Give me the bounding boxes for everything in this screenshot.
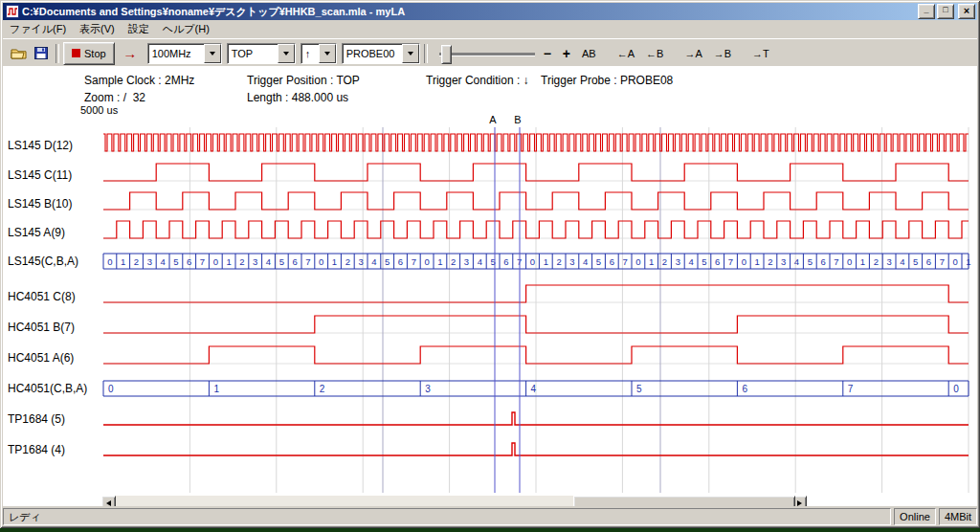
bus-value: 6 — [187, 256, 191, 267]
cursor-label-B: B — [514, 114, 521, 125]
app-window: C:¥Documents and Settings¥noname¥デスクトップ¥… — [0, 0, 980, 528]
zoom-in-button[interactable]: + — [558, 43, 575, 64]
bus-value: 1 — [121, 256, 125, 267]
bus-value: 3 — [358, 256, 363, 267]
zoom-slider[interactable] — [437, 43, 537, 64]
bus-value: 0 — [424, 256, 429, 267]
strobe-waveform — [103, 134, 969, 151]
bus-value: 4 — [160, 256, 165, 267]
bus-value: 7 — [622, 256, 627, 267]
waveform-canvas[interactable]: LS145 D(12)LS145 C(11)LS145 B(10)LS145 A… — [3, 66, 977, 508]
set-cursor-a-button[interactable]: →A — [679, 43, 706, 64]
dropdown-arrow-icon[interactable] — [278, 44, 295, 63]
open-button[interactable] — [8, 43, 30, 64]
bus-value: 2 — [662, 256, 667, 267]
slider-track — [439, 53, 535, 55]
bus-value: 1 — [332, 256, 337, 267]
bus-value: 6 — [398, 256, 403, 267]
dropdown-arrow-icon[interactable] — [319, 44, 336, 63]
bus-value: 2 — [451, 256, 456, 267]
zoom-out-button[interactable]: − — [539, 43, 556, 64]
statusbar: レディ Online 4MBit — [3, 506, 977, 525]
titlebar[interactable]: C:¥Documents and Settings¥noname¥デスクトップ¥… — [3, 3, 977, 20]
toolbar-separator — [56, 44, 59, 63]
trigger-position-select[interactable]: TOP — [227, 43, 296, 64]
bus-value: 3 — [569, 256, 574, 267]
slider-thumb[interactable] — [441, 45, 452, 64]
menu-view[interactable]: 表示(V) — [73, 20, 122, 38]
channel-row-2: LS145 B(10) — [8, 192, 969, 211]
bus-value: 5 — [279, 256, 284, 267]
close-button[interactable]: × — [958, 4, 975, 19]
bus-value: 6 — [610, 256, 614, 267]
bus-value: 4 — [531, 384, 537, 394]
channel-row-10: TP1684 (4) — [8, 443, 969, 456]
bus-value: 0 — [952, 256, 957, 267]
trigger-probe-select[interactable]: PROBE00 — [342, 43, 420, 64]
bus-value: 0 — [847, 256, 852, 267]
channel-label: HC4051 A(6) — [8, 351, 74, 365]
trigger-edge-select[interactable]: ↑ — [301, 43, 337, 64]
menu-settings[interactable]: 設定 — [122, 20, 156, 38]
bus-value: 1 — [226, 256, 231, 267]
bus-value: 5 — [173, 256, 178, 267]
stop-icon — [72, 49, 80, 57]
channel-row-8: HC4051(C,B,A)012345670 — [8, 381, 969, 396]
maximize-button[interactable]: □ — [937, 4, 954, 19]
goto-cursor-b-button[interactable]: ←B — [641, 43, 668, 64]
channel-label: LS145 A(9) — [8, 226, 65, 239]
bus-value: 3 — [147, 256, 152, 267]
stop-button[interactable]: Stop — [63, 42, 115, 65]
bus-value: 0 — [319, 256, 323, 267]
waveform-panel: Sample Clock : 2MHz Trigger Position : T… — [3, 66, 977, 508]
bus-value: 5 — [913, 256, 918, 267]
channel-label: TP1684 (4) — [8, 443, 65, 456]
bus-value: 0 — [635, 256, 640, 267]
goto-trigger-button[interactable]: →T — [747, 43, 774, 64]
bus-value: 1 — [649, 256, 654, 267]
bus-value: 2 — [320, 384, 325, 394]
save-button[interactable] — [30, 43, 52, 64]
bus-value: 4 — [900, 256, 904, 267]
channel-row-9: TP1684 (5) — [8, 412, 969, 426]
bus-value: 1 — [437, 256, 442, 267]
channel-row-5: HC4051 C(8) — [8, 285, 969, 303]
run-button[interactable]: → — [118, 43, 143, 64]
menu-file[interactable]: ファイル(F) — [3, 20, 73, 38]
sample-clock-select[interactable]: 100MHz — [147, 43, 222, 64]
cursors[interactable]: AB — [489, 114, 521, 493]
trigger-probe-value: PROBE00 — [343, 44, 402, 63]
minimize-button[interactable]: _ — [918, 4, 935, 19]
cursor-label-A: A — [489, 114, 497, 125]
stop-label: Stop — [84, 48, 106, 59]
bus-value: 5 — [385, 256, 390, 267]
dropdown-arrow-icon[interactable] — [204, 44, 221, 63]
bus-value: 2 — [239, 256, 244, 267]
bus-value: 3 — [781, 256, 786, 267]
channel-label: TP1684 (5) — [8, 412, 65, 426]
bus-value: 7 — [834, 256, 838, 267]
set-cursor-b-button[interactable]: →B — [709, 43, 736, 64]
bus-value: 7 — [940, 256, 945, 267]
bus-value: 3 — [253, 256, 257, 267]
chevron-down-icon — [408, 52, 413, 55]
bus-value: 0 — [530, 256, 535, 267]
chevron-down-icon — [324, 52, 330, 55]
menu-help[interactable]: ヘルプ(H) — [156, 20, 216, 38]
trigger-position-value: TOP — [228, 44, 278, 63]
toolbar-separator — [424, 44, 428, 63]
bus-value: 7 — [848, 384, 854, 394]
channel-label: LS145 B(10) — [8, 197, 72, 211]
bus-value: 2 — [345, 256, 350, 267]
channel-label: LS145 D(12) — [8, 139, 73, 152]
channel-label: HC4051 C(8) — [8, 290, 76, 303]
bus-value: 6 — [820, 256, 825, 267]
goto-cursor-a-button[interactable]: ←A — [612, 43, 639, 64]
bus-value: 3 — [886, 256, 891, 267]
dropdown-arrow-icon[interactable] — [402, 44, 419, 63]
ab-range-button[interactable]: AB — [577, 43, 601, 64]
save-icon — [34, 47, 48, 59]
bus-value: 4 — [478, 256, 482, 267]
open-file-icon — [11, 47, 27, 59]
status-message: レディ — [3, 508, 891, 525]
